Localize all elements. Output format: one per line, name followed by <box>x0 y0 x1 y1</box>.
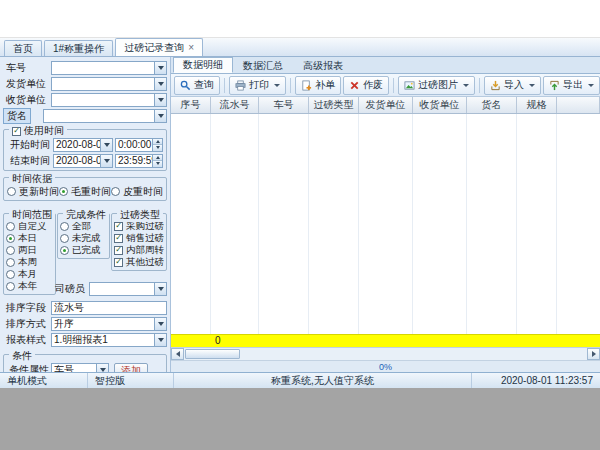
radio-finished[interactable]: 已完成 <box>60 244 107 256</box>
receiver-label: 收货单位 <box>3 93 51 107</box>
chevron-down-icon[interactable] <box>154 62 166 74</box>
chevron-down-icon[interactable] <box>154 78 166 90</box>
use-time-group: 使用时间 开始时间 2020-08-01 0:00:00 <box>3 129 167 171</box>
column-header-vehicle[interactable]: 车号 <box>259 97 309 113</box>
column-header-seq[interactable]: 序号 <box>171 97 211 113</box>
radio-today[interactable]: 本日 <box>6 232 53 244</box>
toolbar-separator <box>224 78 225 93</box>
export-button[interactable]: 导出 <box>543 76 600 95</box>
chevron-down-icon[interactable] <box>154 318 166 330</box>
use-time-checkbox[interactable]: 使用时间 <box>9 124 67 138</box>
radio-icon <box>6 246 15 255</box>
radio-icon <box>7 187 16 196</box>
chevron-down-icon[interactable] <box>100 155 112 167</box>
vehicle-filter-row: 车号 <box>3 60 167 75</box>
radio-icon <box>6 222 15 231</box>
close-icon[interactable]: × <box>188 43 194 53</box>
finish-condition-title: 完成条件 <box>63 208 109 222</box>
radio-this-year[interactable]: 本年 <box>6 280 53 292</box>
radio-update-time[interactable]: 更新时间 <box>7 185 59 198</box>
tab-weigh-operation[interactable]: 1#称重操作 <box>44 40 113 56</box>
operator-label: 司磅员 <box>55 282 89 296</box>
tab-data-detail[interactable]: 数据明细 <box>173 57 233 73</box>
tab-home[interactable]: 首页 <box>4 40 42 56</box>
grid-body[interactable] <box>171 114 600 334</box>
app-window: 首页 1#称重操作 过磅记录查询 × 车号 <box>0 38 600 372</box>
scroll-right-icon[interactable] <box>587 348 600 360</box>
operator-combo[interactable] <box>89 282 167 296</box>
chevron-down-icon[interactable] <box>96 364 108 372</box>
checkbox-other-weigh[interactable]: 其他过磅 <box>114 256 164 268</box>
status-edition: 智控版 <box>88 373 174 388</box>
start-time-label: 开始时间 <box>7 138 53 152</box>
vehicle-label: 车号 <box>3 61 51 75</box>
scrollbar-thumb[interactable] <box>185 349 240 359</box>
time-range-group: 时间范围 自定义 本日 两日 本周 本月 本年 <box>3 213 56 295</box>
supplement-button[interactable]: 补单 <box>295 76 341 95</box>
column-header-shipper[interactable]: 发货单位 <box>359 97 413 113</box>
radio-icon <box>60 234 69 243</box>
radio-two-days[interactable]: 两日 <box>6 244 53 256</box>
radio-gross-time[interactable]: 毛重时间 <box>59 185 111 198</box>
tab-record-query[interactable]: 过磅记录查询 × <box>115 38 203 56</box>
column-header-receiver[interactable]: 收货单位 <box>413 97 467 113</box>
sort-order-combo[interactable]: 升序 <box>51 317 167 331</box>
chevron-down-icon[interactable] <box>154 283 166 295</box>
summary-count: 0 <box>215 336 221 346</box>
finish-condition-group: 完成条件 全部 未完成 已完成 <box>57 213 110 259</box>
vehicle-combo[interactable] <box>51 61 167 75</box>
condition-attr-label: 条件属性 <box>7 363 51 372</box>
condition-attr-combo[interactable]: 车号 <box>51 363 109 372</box>
end-date-picker[interactable]: 2020-08-01 <box>53 154 113 168</box>
status-system-name: 称重系统,无人值守系统 <box>174 373 472 388</box>
add-condition-button[interactable]: 添加 <box>114 363 148 373</box>
radio-icon <box>6 234 15 243</box>
vehicle-combo-value <box>52 62 154 74</box>
column-header-serial[interactable]: 流水号 <box>211 97 259 113</box>
shipper-combo[interactable] <box>51 77 167 91</box>
tab-data-summary[interactable]: 数据汇总 <box>233 58 293 73</box>
column-header-goods[interactable]: 货名 <box>467 97 517 113</box>
goods-combo[interactable] <box>43 109 167 123</box>
data-panel: 数据明细 数据汇总 高级报表 查询 打印 <box>170 57 600 372</box>
start-date-picker[interactable]: 2020-08-01 <box>53 138 113 152</box>
end-time-label: 结束时间 <box>7 154 53 168</box>
radio-update-time-label: 更新时间 <box>19 185 59 199</box>
operator-combo-value <box>90 283 154 295</box>
radio-unfinished[interactable]: 未完成 <box>60 232 107 244</box>
condition-attr-row: 条件属性 车号 添加 <box>7 362 163 372</box>
print-button[interactable]: 打印 <box>229 76 286 95</box>
column-header-weigh-type[interactable]: 过磅类型 <box>309 97 359 113</box>
receiver-combo[interactable] <box>51 93 167 107</box>
spinner-arrows-icon[interactable] <box>152 139 162 151</box>
report-style-combo[interactable]: 1.明细报表1 <box>51 333 167 347</box>
horizontal-scrollbar[interactable] <box>171 347 600 360</box>
start-time-spinner[interactable]: 0:00:00 <box>115 138 163 152</box>
tab-advanced-report[interactable]: 高级报表 <box>293 58 353 73</box>
radio-this-week[interactable]: 本周 <box>6 256 53 268</box>
condition-group: 条件 条件属性 车号 添加 操作符 等于 <box>3 354 167 372</box>
import-button[interactable]: 导入 <box>484 76 541 95</box>
chevron-down-icon[interactable] <box>154 334 166 346</box>
weigh-photos-button[interactable]: 过磅图片 <box>398 76 475 95</box>
radio-this-month[interactable]: 本月 <box>6 268 53 280</box>
red-cross-icon <box>349 80 360 91</box>
chevron-down-icon[interactable] <box>154 94 166 106</box>
chevron-down-icon[interactable] <box>100 139 112 151</box>
filter-panel: 车号 发货单位 收货单位 <box>0 57 170 372</box>
image-icon <box>404 80 415 91</box>
chevron-down-icon[interactable] <box>154 110 166 122</box>
radio-tare-time[interactable]: 皮重时间 <box>111 185 163 198</box>
sort-field-row: 排序字段 流水号 <box>3 300 167 315</box>
end-time-spinner[interactable]: 23:59:59 <box>115 154 163 168</box>
tab-home-label: 首页 <box>13 42 33 56</box>
checkbox-internal-transfer[interactable]: 内部周转 <box>114 244 164 256</box>
checkbox-sales-weigh[interactable]: 销售过磅 <box>114 232 164 244</box>
void-button[interactable]: 作废 <box>343 76 389 95</box>
sort-field-value[interactable]: 流水号 <box>51 301 167 315</box>
scroll-left-icon[interactable] <box>171 348 184 360</box>
spinner-arrows-icon[interactable] <box>152 155 162 167</box>
query-button[interactable]: 查询 <box>174 76 220 95</box>
column-header-spec[interactable]: 规格 <box>517 97 557 113</box>
printer-icon <box>235 80 246 91</box>
